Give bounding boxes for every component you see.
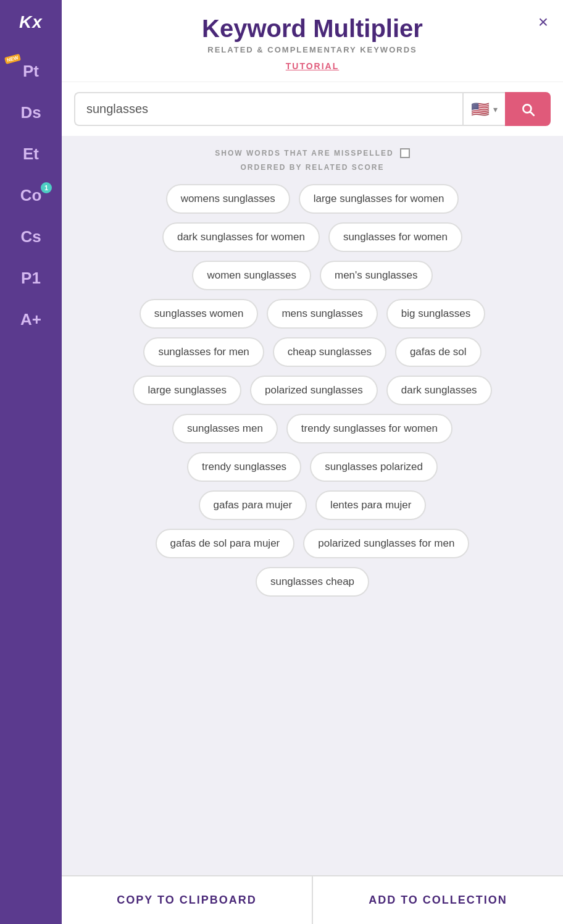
new-badge: NEW [4, 54, 21, 64]
sidebar-item-cs[interactable]: Cs [0, 216, 62, 258]
keywords-container: womens sunglasseslarge sunglasses for wo… [77, 184, 548, 863]
keyword-chip[interactable]: womens sunglasses [166, 184, 290, 214]
keyword-chip[interactable]: dark sunglasses for women [162, 222, 320, 252]
keyword-chip[interactable]: men's sunglasses [320, 261, 433, 290]
keyword-row: gafas para mujerlentes para mujer [77, 490, 548, 520]
keyword-row: sunglasses for mencheap sunglassesgafas … [77, 337, 548, 367]
keyword-chip[interactable]: large sunglasses for women [299, 184, 459, 214]
keyword-chip[interactable]: trendy sunglasses for women [286, 414, 452, 443]
sidebar-item-pt[interactable]: NEW Pt [0, 51, 62, 92]
keyword-row: sunglasses mentrendy sunglasses for wome… [77, 414, 548, 443]
sidebar-item-co[interactable]: 1 Co [0, 175, 62, 216]
sidebar-item-p1[interactable]: P1 [0, 258, 62, 299]
keyword-chip[interactable]: trendy sunglasses [187, 452, 301, 482]
keyword-chip[interactable]: sunglasses polarized [310, 452, 438, 482]
keyword-chip[interactable]: gafas para mujer [199, 490, 307, 520]
sidebar-item-label-ds: Ds [20, 103, 41, 122]
sidebar-item-label-et: Et [23, 145, 39, 164]
keyword-chip[interactable]: dark sunglasses [386, 376, 492, 405]
keyword-row: women sunglassesmen's sunglasses [77, 261, 548, 290]
sidebar-item-label-pt: Pt [23, 62, 39, 81]
flag-icon: 🇺🇸 [471, 101, 490, 118]
keyword-chip[interactable]: sunglasses for women [328, 222, 462, 252]
sidebar-item-label-aplus: A+ [20, 310, 41, 329]
main-panel: × Keyword Multiplier RELATED & COMPLEMEN… [62, 0, 563, 924]
sidebar: Kx NEW Pt Ds Et 1 Co Cs P1 A+ [0, 0, 62, 924]
search-input[interactable] [74, 92, 462, 126]
keyword-row: sunglasses cheap [77, 567, 548, 597]
keyword-chip[interactable]: sunglasses cheap [256, 567, 369, 597]
close-button[interactable]: × [538, 12, 548, 32]
order-label: ORDERED BY RELATED SCORE [77, 163, 548, 172]
keyword-row: dark sunglasses for womensunglasses for … [77, 222, 548, 252]
sidebar-item-et[interactable]: Et [0, 133, 62, 175]
keyword-chip[interactable]: polarized sunglasses [250, 376, 378, 405]
keyword-chip[interactable]: large sunglasses [133, 376, 241, 405]
keyword-chip[interactable]: gafas de sol para mujer [156, 529, 295, 558]
keyword-chip[interactable]: mens sunglasses [267, 299, 377, 329]
flag-dropdown[interactable]: 🇺🇸 ▾ [462, 92, 505, 126]
misspelled-filter-row: SHOW WORDS THAT ARE MISSPELLED [77, 148, 548, 158]
keyword-chip[interactable]: sunglasses women [140, 299, 259, 329]
header: × Keyword Multiplier RELATED & COMPLEMEN… [62, 0, 563, 82]
keyword-chip[interactable]: cheap sunglasses [273, 337, 386, 367]
sidebar-item-aplus[interactable]: A+ [0, 299, 62, 340]
bottom-actions: COPY TO CLIPBOARD ADD TO COLLECTION [62, 875, 563, 924]
keyword-row: trendy sunglassessunglasses polarized [77, 452, 548, 482]
search-bar: 🇺🇸 ▾ [62, 82, 563, 136]
keyword-chip[interactable]: sunglasses men [172, 414, 278, 443]
keyword-row: sunglasses womenmens sunglassesbig sungl… [77, 299, 548, 329]
keyword-chip[interactable]: lentes para mujer [315, 490, 426, 520]
header-subtitle: RELATED & COMPLEMENTARY KEYWORDS [86, 45, 538, 54]
keyword-chip[interactable]: polarized sunglasses for men [303, 529, 469, 558]
co-badge: 1 [41, 182, 52, 193]
keyword-row: womens sunglasseslarge sunglasses for wo… [77, 184, 548, 214]
search-button[interactable] [505, 92, 551, 126]
sidebar-item-label-p1: P1 [21, 269, 41, 288]
sidebar-item-ds[interactable]: Ds [0, 92, 62, 133]
page-title: Keyword Multiplier [86, 15, 538, 43]
app-logo[interactable]: Kx [19, 12, 43, 32]
add-to-collection-button[interactable]: ADD TO COLLECTION [313, 876, 563, 924]
content-area: SHOW WORDS THAT ARE MISSPELLED ORDERED B… [62, 136, 563, 875]
keyword-chip[interactable]: sunglasses for men [143, 337, 264, 367]
keyword-row: large sunglassespolarized sunglassesdark… [77, 376, 548, 405]
tutorial-link[interactable]: TUTORIAL [286, 61, 340, 71]
copy-to-clipboard-button[interactable]: COPY TO CLIPBOARD [62, 876, 313, 924]
misspelled-label: SHOW WORDS THAT ARE MISSPELLED [215, 149, 393, 158]
sidebar-item-label-co: Co [20, 186, 42, 205]
search-icon [520, 101, 536, 117]
keyword-chip[interactable]: big sunglasses [386, 299, 485, 329]
keyword-chip[interactable]: women sunglasses [192, 261, 311, 290]
misspelled-checkbox[interactable] [400, 148, 410, 158]
sidebar-item-label-cs: Cs [20, 227, 41, 246]
chevron-down-icon: ▾ [493, 104, 498, 114]
keyword-row: gafas de sol para mujerpolarized sunglas… [77, 529, 548, 558]
keyword-chip[interactable]: gafas de sol [395, 337, 482, 367]
